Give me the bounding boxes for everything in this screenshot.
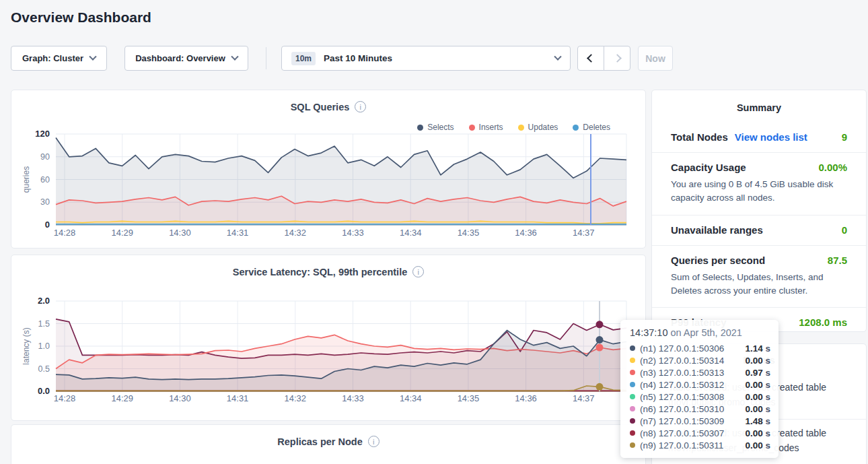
svg-text:14:34: 14:34: [400, 393, 422, 403]
svg-text:14:33: 14:33: [342, 228, 364, 238]
node-color-dot-icon: [630, 345, 635, 351]
unavailable-ranges-label: Unavailable ranges: [671, 224, 763, 236]
svg-text:120: 120: [35, 129, 50, 139]
node-latency-value: 0.97 s: [745, 368, 770, 378]
svg-text:0.0: 0.0: [38, 386, 50, 396]
node-latency-value: 1.14 s: [745, 343, 770, 354]
node-address: (n3) 127.0.0.1:50313: [640, 368, 724, 378]
toolbar-divider: [266, 47, 266, 69]
node-color-dot-icon: [630, 406, 635, 411]
node-address: (n6) 127.0.0.1:50310: [640, 404, 724, 414]
time-range-label: Past 10 Minutes: [324, 53, 392, 63]
node-address: (n7) 127.0.0.1:50309: [640, 416, 724, 426]
service-latency-card: Service Latency: SQL, 99th percentile i …: [11, 255, 646, 421]
replicas-title-row: Replicas per Node i: [11, 425, 645, 447]
svg-text:14:32: 14:32: [285, 393, 307, 403]
node-address: (n4) 127.0.0.1:50312: [640, 380, 724, 390]
replicas-per-node-card: Replicas per Node i: [11, 424, 646, 464]
svg-text:14:33: 14:33: [342, 393, 364, 403]
chevron-right-icon: [613, 54, 622, 63]
svg-text:14:31: 14:31: [227, 228, 249, 238]
summary-unavailable-ranges: Unavailable ranges 0: [652, 215, 866, 245]
svg-text:queries: queries: [22, 166, 31, 193]
svg-text:14:37: 14:37: [573, 228, 595, 238]
tooltip-row: (n5) 127.0.0.1:503080.00 s: [630, 391, 770, 403]
sql-queries-title-row: SQL Queries i: [11, 90, 645, 112]
svg-text:14:29: 14:29: [111, 393, 133, 403]
time-range-badge: 10m: [291, 52, 316, 65]
svg-text:14:36: 14:36: [515, 393, 537, 403]
svg-text:90: 90: [40, 152, 50, 162]
chevron-down-icon: [89, 53, 96, 60]
time-range-dropdown[interactable]: 10m Past 10 Minutes: [281, 46, 571, 71]
tooltip-row: (n9) 127.0.0.1:503110.00 s: [630, 439, 770, 451]
view-nodes-list-link[interactable]: View nodes list: [735, 131, 807, 143]
chart-title: Replicas per Node: [277, 436, 363, 447]
tooltip-row: (n7) 127.0.0.1:503091.48 s: [630, 415, 770, 427]
summary-panel: Summary Total Nodes View nodes list 9 Ca…: [651, 90, 867, 332]
service-latency-chart[interactable]: 14:2814:2914:3014:3114:3214:3314:3414:35…: [21, 293, 637, 411]
p99-latency-value: 1208.0 ms: [799, 317, 847, 328]
chevron-down-icon: [231, 53, 238, 60]
qps-label: Queries per second: [671, 255, 765, 266]
svg-text:14:28: 14:28: [54, 393, 76, 403]
svg-text:1.0: 1.0: [38, 341, 50, 351]
summary-title: Summary: [652, 90, 866, 123]
svg-text:14:32: 14:32: [285, 228, 307, 238]
svg-text:60: 60: [40, 175, 50, 185]
info-icon[interactable]: i: [355, 101, 366, 112]
total-nodes-label: Total Nodes: [671, 131, 728, 143]
node-latency-value: 0.00 s: [745, 404, 770, 414]
tooltip-row: (n3) 127.0.0.1:503130.97 s: [630, 366, 770, 378]
svg-text:14:36: 14:36: [515, 228, 537, 238]
chevron-down-icon: [554, 53, 561, 60]
now-button[interactable]: Now: [638, 46, 673, 71]
capacity-label: Capacity Usage: [671, 162, 746, 173]
svg-text:2.0: 2.0: [38, 296, 50, 306]
svg-text:14:29: 14:29: [111, 228, 133, 238]
svg-text:14:31: 14:31: [227, 393, 249, 403]
tooltip-timestamp: 14:37:10 on Apr 5th, 2021: [630, 327, 770, 338]
node-color-dot-icon: [630, 442, 635, 448]
capacity-value: 0.00%: [818, 162, 847, 173]
sql-queries-chart[interactable]: 14:2814:2914:3014:3114:3214:3314:3414:35…: [21, 128, 637, 246]
graph-dropdown-label: Graph: Cluster: [22, 53, 83, 63]
node-latency-value: 1.48 s: [745, 416, 770, 426]
tooltip-rows: (n1) 127.0.0.1:503061.14 s(n2) 127.0.0.1…: [630, 342, 770, 451]
node-color-dot-icon: [630, 358, 635, 363]
svg-text:14:35: 14:35: [458, 228, 480, 238]
dashboard-dropdown[interactable]: Dashboard: Overview: [124, 46, 248, 71]
node-latency-value: 0.00 s: [745, 380, 770, 390]
node-latency-value: 0.00 s: [745, 392, 770, 402]
node-latency-value: 0.00 s: [745, 428, 770, 438]
total-nodes-value: 9: [842, 131, 847, 143]
summary-capacity: Capacity Usage 0.00% You are using 0 B o…: [652, 152, 866, 215]
svg-text:latency (s): latency (s): [22, 327, 31, 364]
chevron-left-icon: [587, 54, 595, 63]
tooltip-row: (n2) 127.0.0.1:503140.00 s: [630, 354, 770, 366]
node-address: (n1) 127.0.0.1:50306: [640, 343, 724, 354]
graph-dropdown[interactable]: Graph: Cluster: [11, 46, 107, 71]
info-icon[interactable]: i: [368, 436, 379, 447]
summary-qps: Queries per second 87.5 Sum of Selects, …: [652, 245, 866, 308]
info-icon[interactable]: i: [412, 266, 424, 277]
node-color-dot-icon: [630, 418, 635, 424]
node-color-dot-icon: [630, 370, 635, 375]
svg-text:30: 30: [40, 197, 50, 207]
page-title: Overview Dashboard: [11, 9, 151, 26]
qps-value: 87.5: [828, 255, 847, 266]
node-color-dot-icon: [630, 382, 635, 387]
time-prev-button[interactable]: [577, 46, 604, 71]
node-latency-value: 0.00 s: [745, 440, 770, 451]
node-color-dot-icon: [630, 394, 635, 399]
tooltip-row: (n4) 127.0.0.1:503120.00 s: [630, 378, 770, 391]
summary-total-nodes: Total Nodes View nodes list 9: [652, 123, 866, 152]
chart-hover-tooltip: 14:37:10 on Apr 5th, 2021 (n1) 127.0.0.1…: [620, 320, 779, 458]
node-latency-value: 0.00 s: [745, 356, 770, 366]
node-address: (n9) 127.0.0.1:50311: [640, 440, 723, 451]
tooltip-row: (n1) 127.0.0.1:503061.14 s: [630, 342, 770, 354]
time-next-button[interactable]: [604, 46, 630, 71]
node-address: (n8) 127.0.0.1:50307: [640, 428, 724, 438]
node-color-dot-icon: [630, 430, 635, 436]
tooltip-row: (n6) 127.0.0.1:503100.00 s: [630, 403, 770, 415]
